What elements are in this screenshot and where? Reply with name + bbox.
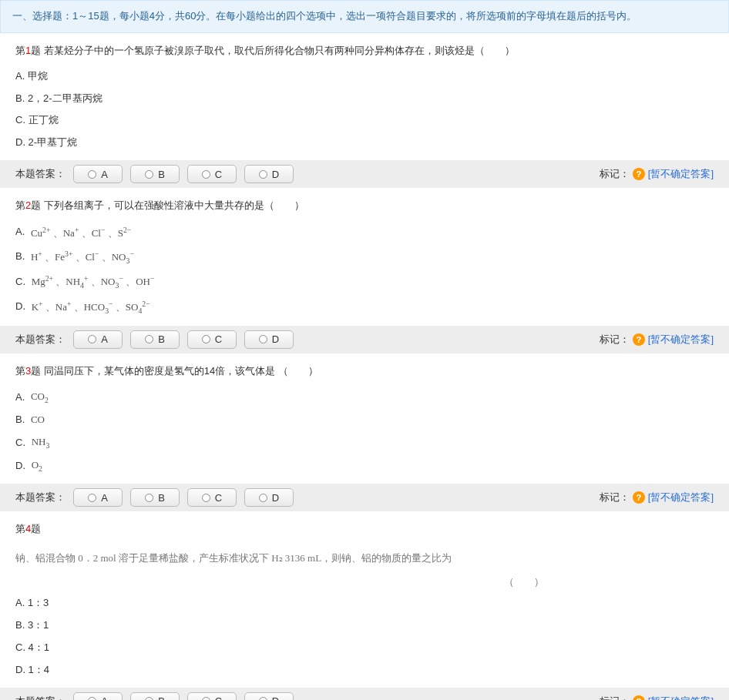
radio-icon (145, 494, 153, 502)
opt-text: A (101, 169, 108, 180)
help-icon[interactable]: ? (633, 491, 645, 504)
opt-text: D (272, 333, 279, 345)
opt-text: B (158, 492, 165, 504)
question-4: 第4题 钠、铝混合物 0．2 mol 溶于足量稀盐酸，产生标准状况下 H₂ 31… (0, 511, 729, 687)
opt-text: A (101, 333, 108, 345)
radio-icon (145, 697, 153, 700)
answer-bar-q1: 本题答案： A B C D 标记： ? [暂不确定答案] (0, 160, 729, 188)
q2-option-d: D. K+ 、Na+ 、HCO3− 、SO42− (15, 294, 714, 320)
opt-label-c: C. (15, 274, 25, 290)
answer-left: 本题答案： A B C D (15, 165, 294, 183)
answer-left: 本题答案： A B C D (15, 330, 294, 349)
formula-a: Cu2+ 、Na+ 、Cl− 、S2− (28, 227, 131, 239)
answer-label: 本题答案： (15, 167, 66, 181)
answer-button-a[interactable]: A (73, 692, 123, 700)
q-stem: 同温同压下，某气体的密度是氢气的14倍，该气体是 （ ） (41, 365, 318, 377)
opt-text: B (158, 333, 165, 345)
help-icon[interactable]: ? (633, 695, 645, 700)
radio-icon (145, 170, 153, 179)
formula-d: K+ 、Na+ 、HCO3− 、SO42− (29, 301, 150, 313)
answer-label: 本题答案： (15, 333, 66, 347)
radio-icon (259, 170, 267, 179)
question-2: 第2题 下列各组离子，可以在强酸性溶液中大量共存的是（ ） A. Cu2+ 、N… (0, 188, 729, 326)
radio-icon (259, 494, 267, 502)
q1-option-c: C. 正丁烷 (15, 109, 714, 132)
q-suffix: 题 (31, 523, 41, 534)
answer-bar-q2: 本题答案： A B C D 标记： ? [暂不确定答案] (0, 326, 729, 353)
q-stem: 若某烃分子中的一个氢原子被溴原子取代，取代后所得化合物只有两种同分异构体存在，则… (41, 45, 515, 56)
help-icon[interactable]: ? (633, 333, 645, 346)
radio-icon (145, 335, 153, 343)
opt-label-a: A. (15, 390, 25, 406)
mark-label: 标记： (600, 333, 630, 347)
opt-text: D (272, 492, 279, 504)
q4-option-b: B. 3：1 (15, 615, 714, 637)
uncertain-link[interactable]: [暂不确定答案] (648, 333, 714, 347)
opt-label-a: A. (15, 224, 25, 240)
q4-stem-line2: （ ） (15, 568, 714, 592)
uncertain-link[interactable]: [暂不确定答案] (648, 491, 714, 504)
answer-button-c[interactable]: C (187, 488, 237, 507)
q3-option-c: C. NH3 (15, 431, 714, 454)
q-prefix: 第 (15, 45, 25, 56)
q-suffix: 题 (31, 199, 41, 211)
mark-area: 标记： ? [暂不确定答案] (600, 695, 714, 700)
mark-area: 标记： ? [暂不确定答案] (600, 167, 714, 181)
opt-text: C (215, 492, 222, 504)
uncertain-link[interactable]: [暂不确定答案] (648, 167, 714, 181)
answer-button-d[interactable]: D (244, 692, 294, 700)
answer-left: 本题答案： A B C D (15, 488, 294, 507)
radio-icon (259, 335, 267, 343)
answer-button-c[interactable]: C (187, 330, 237, 349)
answer-bar-q4: 本题答案： A B C D 标记： ? [暂不确定答案] (0, 688, 729, 700)
opt-text: D (272, 695, 279, 700)
answer-button-b[interactable]: B (130, 330, 180, 349)
radio-icon (88, 170, 96, 179)
q2-option-c: C. Mg2+ 、NH4+ 、NO3− 、OH− (15, 270, 714, 295)
radio-icon (202, 697, 210, 700)
opt-text: C (215, 333, 222, 345)
mark-label: 标记： (600, 167, 630, 181)
radio-icon (88, 494, 96, 502)
section-header: 一、选择题：1～15题，每小题4分，共60分。在每小题给出的四个选项中，选出一项… (0, 0, 729, 33)
answer-button-b[interactable]: B (130, 165, 180, 183)
answer-button-a[interactable]: A (73, 488, 123, 507)
mark-area: 标记： ? [暂不确定答案] (600, 333, 714, 347)
q-prefix: 第 (15, 523, 25, 534)
opt-text: B (158, 169, 165, 180)
formula-d: O2 (29, 459, 42, 471)
formula-b: H+ 、Fe3+ 、Cl− 、NO3− (28, 251, 134, 263)
q4-option-d: D. 1：4 (15, 659, 714, 682)
answer-button-b[interactable]: B (130, 692, 180, 700)
answer-button-d[interactable]: D (244, 488, 294, 507)
answer-bar-q3: 本题答案： A B C D 标记： ? [暂不确定答案] (0, 484, 729, 511)
radio-icon (259, 697, 267, 700)
q3-option-a: A. CO2 (15, 386, 714, 409)
answer-button-b[interactable]: B (130, 488, 180, 507)
answer-button-d[interactable]: D (244, 330, 294, 349)
help-icon[interactable]: ? (633, 168, 645, 180)
answer-button-c[interactable]: C (187, 165, 237, 183)
question-1-title: 第1题 若某烃分子中的一个氢原子被溴原子取代，取代后所得化合物只有两种同分异构体… (15, 42, 714, 65)
question-4-title: 第4题 (15, 521, 714, 544)
q3-option-b: B. CO (15, 409, 714, 431)
q2-option-a: A. Cu2+ 、Na+ 、Cl− 、S2− (15, 220, 714, 244)
answer-label: 本题答案： (15, 695, 66, 700)
q-suffix: 题 (31, 365, 41, 377)
answer-button-a[interactable]: A (73, 165, 123, 183)
opt-text: B (158, 695, 165, 700)
opt-label-d: D. (15, 299, 25, 315)
q4-option-a: A. 1：3 (15, 592, 714, 615)
answer-button-d[interactable]: D (244, 165, 294, 183)
answer-button-c[interactable]: C (187, 692, 237, 700)
question-3: 第3题 同温同压下，某气体的密度是氢气的14倍，该气体是 （ ） A. CO2 … (0, 353, 729, 484)
answer-label: 本题答案： (15, 491, 66, 504)
uncertain-link[interactable]: [暂不确定答案] (648, 695, 714, 700)
q4-option-c: C. 4：1 (15, 637, 714, 659)
opt-label-d: D. (15, 458, 25, 474)
q3-option-d: D. O2 (15, 454, 714, 477)
formula-a: CO2 (28, 390, 49, 402)
opt-text: D (272, 169, 279, 180)
formula-c: Mg2+ 、NH4+ 、NO3− 、OH− (29, 276, 155, 287)
answer-button-a[interactable]: A (73, 330, 123, 349)
